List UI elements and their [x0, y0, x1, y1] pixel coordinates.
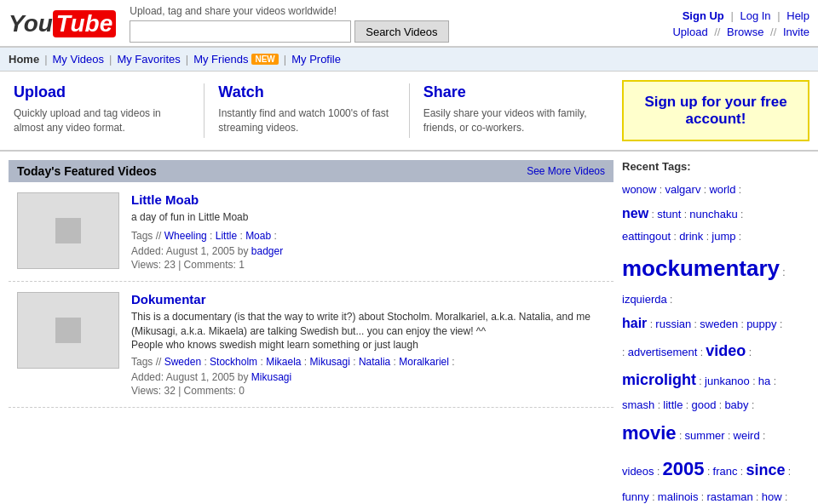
tags-label: Tags //	[131, 230, 161, 242]
feature-upload: Upload Quickly upload and tag videos in …	[9, 83, 204, 138]
tag-stunt[interactable]: stunt	[657, 208, 681, 220]
tag-world[interactable]: world	[709, 183, 735, 196]
tag-link[interactable]: Natalia	[359, 356, 390, 368]
tag-baby[interactable]: baby	[724, 398, 748, 411]
upload-feature-link[interactable]: Upload	[14, 83, 66, 100]
tag-rastaman[interactable]: rastaman	[707, 490, 753, 503]
video-info: Little Moab a day of fun in Little Moab …	[131, 192, 283, 271]
tag-advertisement[interactable]: advertisement	[628, 346, 698, 358]
feature-watch: Watch Instantly find and watch 1000's of…	[204, 83, 409, 138]
new-badge: NEW	[251, 54, 278, 65]
tag-good[interactable]: good	[691, 398, 716, 411]
tag-video[interactable]: video	[706, 342, 746, 359]
signup-box-link[interactable]: Sign up for your free account!	[636, 94, 796, 128]
upload-feature-desc: Quickly upload and tag videos in almost …	[14, 106, 190, 135]
tag-microlight[interactable]: microlight	[622, 371, 696, 388]
tag-since[interactable]: since	[746, 461, 785, 478]
share-feature-link[interactable]: Share	[423, 83, 466, 100]
tag-link[interactable]: Moralkariel	[399, 356, 449, 368]
tag-movie[interactable]: movie	[622, 422, 677, 444]
tag-videos[interactable]: videos	[622, 465, 654, 478]
tag-link[interactable]: Mikusagi	[310, 356, 350, 368]
tag-weird[interactable]: weird	[734, 429, 760, 442]
video-title-link[interactable]: Dokumentar	[131, 292, 206, 306]
video-added: Added: August 1, 2005 by badger	[131, 245, 283, 257]
video-desc: This is a documentary (is that the way t…	[131, 310, 605, 352]
logo-you: You	[9, 10, 53, 37]
tag-eattingout[interactable]: eattingout	[622, 230, 671, 243]
video-info: Dokumentar This is a documentary (is tha…	[131, 292, 605, 397]
video-item: Dokumentar This is a documentary (is tha…	[9, 282, 614, 408]
tag-franc[interactable]: franc	[713, 465, 738, 478]
thumb-placeholder	[55, 318, 81, 343]
watch-feature-link[interactable]: Watch	[218, 83, 263, 100]
video-views: Views: 32 | Comments: 0	[131, 385, 605, 397]
features-section: Upload Quickly upload and tag videos in …	[0, 72, 622, 150]
videos-section: Today's Featured Videos See More Videos …	[9, 160, 614, 504]
video-tags: Tags // Wheeling : Little : Moab :	[131, 230, 283, 242]
nav-my-favorites[interactable]: My Favorites	[117, 53, 180, 66]
upload-link[interactable]: Upload	[672, 26, 707, 38]
search-button[interactable]: Search Videos	[354, 20, 448, 43]
tags-cloud: wonow : valgarv : world : new : stunt : …	[622, 180, 809, 504]
browse-link[interactable]: Browse	[727, 26, 763, 38]
nav-my-friends[interactable]: My Friends	[193, 53, 248, 66]
login-link[interactable]: Log In	[740, 9, 770, 22]
tag-link[interactable]: Little	[216, 230, 237, 242]
tag-mockumentary[interactable]: mockumentary	[622, 255, 780, 281]
tag-link[interactable]: Wheeling	[164, 230, 207, 242]
thumb-placeholder	[55, 218, 81, 243]
tag-little[interactable]: little	[663, 398, 683, 411]
tag-wonow[interactable]: wonow	[622, 183, 656, 196]
tag-malinois[interactable]: malinois	[658, 490, 699, 503]
video-author-link[interactable]: badger	[251, 245, 283, 257]
tag-link[interactable]: Moab	[245, 230, 271, 242]
tag-puppy[interactable]: puppy	[746, 318, 776, 330]
tag-jump[interactable]: jump	[711, 230, 735, 243]
sidebar: Recent Tags: wonow : valgarv : world : n…	[622, 160, 809, 504]
video-added: Added: August 1, 2005 by Mikusagi	[131, 371, 605, 383]
tag-ha[interactable]: ha	[758, 375, 770, 387]
tag-how[interactable]: how	[762, 490, 782, 503]
tag-summer[interactable]: summer	[685, 429, 725, 442]
tag-sweden[interactable]: sweden	[700, 318, 738, 330]
tagline: Upload, tag and share your videos worldw…	[130, 5, 672, 17]
nav-home[interactable]: Home	[9, 53, 39, 66]
nav-my-profile[interactable]: My Profile	[291, 53, 341, 66]
tag-hair[interactable]: hair	[622, 316, 647, 330]
video-author-link[interactable]: Mikusagi	[251, 371, 291, 383]
tag-link[interactable]: Stockholm	[210, 356, 257, 368]
tag-izquierda[interactable]: izquierda	[622, 293, 667, 306]
feature-share: Share Easily share your videos with fami…	[410, 83, 614, 138]
video-thumb	[17, 292, 119, 369]
video-tags: Tags // Sweden : Stockholm : Mikaela : M…	[131, 356, 605, 368]
tag-junkanoo[interactable]: junkanoo	[705, 375, 750, 387]
recent-tags-title: Recent Tags:	[622, 160, 809, 173]
tag-valgarv[interactable]: valgarv	[665, 183, 700, 196]
header-bottom-links: Upload // Browse // Invite	[672, 26, 809, 38]
signup-box: Sign up for your free account!	[622, 80, 809, 141]
video-title-link[interactable]: Little Moab	[131, 192, 199, 207]
tag-funny[interactable]: funny	[622, 490, 649, 503]
invite-link[interactable]: Invite	[783, 26, 809, 38]
tags-label: Tags //	[131, 356, 161, 368]
logo-tube: Tube	[53, 10, 116, 37]
tag-smash[interactable]: smash	[622, 398, 654, 411]
tag-link[interactable]: Sweden	[164, 356, 201, 368]
logo[interactable]: YouTube	[9, 10, 116, 37]
video-thumb	[17, 192, 119, 269]
nav-my-videos[interactable]: My Videos	[53, 53, 104, 66]
tag-link[interactable]: Mikaela	[266, 356, 301, 368]
search-input[interactable]	[130, 20, 351, 43]
tag-new[interactable]: new	[622, 206, 648, 220]
featured-title: Today's Featured Videos	[17, 164, 157, 178]
tag-drink[interactable]: drink	[679, 230, 703, 243]
main-content: Today's Featured Videos See More Videos …	[0, 152, 818, 504]
signup-link[interactable]: Sign Up	[683, 9, 724, 22]
tag-russian[interactable]: russian	[655, 318, 691, 330]
tag-2005[interactable]: 2005	[663, 458, 705, 479]
tag-nunchaku[interactable]: nunchaku	[689, 208, 737, 220]
help-link[interactable]: Help	[786, 9, 809, 22]
see-more-videos-link[interactable]: See More Videos	[527, 165, 605, 177]
navbar: Home | My Videos | My Favorites | My Fri…	[0, 48, 818, 72]
